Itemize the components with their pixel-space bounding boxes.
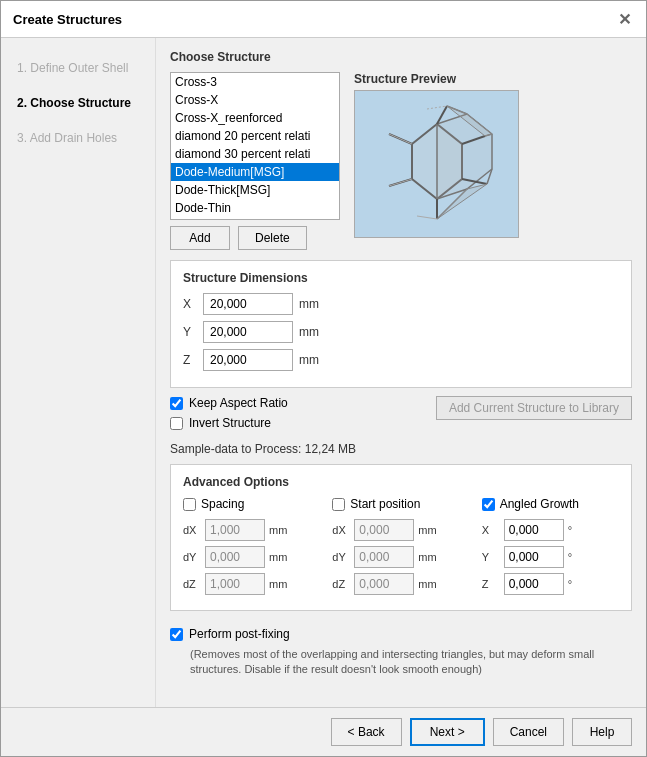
postfix-label: Perform post-fixing bbox=[189, 627, 290, 641]
angled-z-row: Z ° bbox=[482, 573, 619, 595]
dim-unit-y: mm bbox=[299, 325, 319, 339]
angled-x-unit: ° bbox=[568, 524, 572, 536]
start-position-header: Start position bbox=[332, 497, 469, 511]
advanced-section: Advanced Options Spacing dX mm bbox=[170, 464, 632, 611]
angled-x-input[interactable] bbox=[504, 519, 564, 541]
spacing-label: Spacing bbox=[201, 497, 244, 511]
dim-row-x: X mm bbox=[183, 293, 619, 315]
preview-box bbox=[354, 90, 519, 238]
dim-label-z: Z bbox=[183, 353, 203, 367]
list-item[interactable]: diamond 30 percent relati bbox=[171, 145, 339, 163]
keep-aspect-row: Keep Aspect Ratio bbox=[170, 396, 288, 410]
invert-structure-row: Invert Structure bbox=[170, 416, 288, 430]
start-pos-dz-input[interactable] bbox=[354, 573, 414, 595]
start-position-column: Start position dX mm dY mm bbox=[332, 497, 469, 600]
start-pos-dy-unit: mm bbox=[418, 551, 436, 563]
start-position-label: Start position bbox=[350, 497, 420, 511]
content-area: Choose Structure Cross-3 Cross-X Cross-X… bbox=[156, 38, 646, 707]
back-button[interactable]: < Back bbox=[331, 718, 402, 746]
angled-z-input[interactable] bbox=[504, 573, 564, 595]
close-button[interactable]: ✕ bbox=[614, 9, 634, 29]
spacing-column: Spacing dX mm dY mm dZ bbox=[183, 497, 320, 600]
dim-row-z: Z mm bbox=[183, 349, 619, 371]
angled-z-unit: ° bbox=[568, 578, 572, 590]
svg-line-16 bbox=[389, 179, 412, 186]
sidebar-item-add-drain-holes[interactable]: 3. Add Drain Holes bbox=[13, 124, 143, 153]
spacing-checkbox[interactable] bbox=[183, 498, 196, 511]
add-button[interactable]: Add bbox=[170, 226, 230, 250]
postfix-checkbox[interactable] bbox=[170, 628, 183, 641]
list-item[interactable]: Cross-X bbox=[171, 91, 339, 109]
list-item[interactable]: Dode-Thick[MSG] bbox=[171, 181, 339, 199]
angled-z-label: Z bbox=[482, 578, 504, 590]
start-position-checkbox[interactable] bbox=[332, 498, 345, 511]
add-library-container: Add Current Structure to Library bbox=[436, 396, 632, 420]
postfix-note: (Removes most of the overlapping and int… bbox=[190, 647, 632, 678]
start-pos-dy-row: dY mm bbox=[332, 546, 469, 568]
delete-button[interactable]: Delete bbox=[238, 226, 307, 250]
dim-input-y[interactable] bbox=[203, 321, 293, 343]
list-item[interactable]: Cross-3 bbox=[171, 73, 339, 91]
next-button[interactable]: Next > bbox=[410, 718, 485, 746]
spacing-dy-row: dY mm bbox=[183, 546, 320, 568]
help-button[interactable]: Help bbox=[572, 718, 632, 746]
start-pos-dx-label: dX bbox=[332, 524, 354, 536]
preview-label: Structure Preview bbox=[354, 72, 632, 86]
list-item[interactable]: diamond 20 percent relati bbox=[171, 127, 339, 145]
add-library-button[interactable]: Add Current Structure to Library bbox=[436, 396, 632, 420]
postfix-row: Perform post-fixing bbox=[170, 627, 632, 641]
spacing-dy-unit: mm bbox=[269, 551, 287, 563]
spacing-dy-label: dY bbox=[183, 551, 205, 563]
spacing-dz-row: dZ mm bbox=[183, 573, 320, 595]
list-item[interactable]: G_structure10 bbox=[171, 217, 339, 220]
dim-input-z[interactable] bbox=[203, 349, 293, 371]
sidebar-item-choose-structure[interactable]: 2. Choose Structure bbox=[13, 89, 143, 118]
start-pos-dz-unit: mm bbox=[418, 578, 436, 590]
footer-bar: < Back Next > Cancel Help bbox=[1, 707, 646, 756]
cancel-button[interactable]: Cancel bbox=[493, 718, 564, 746]
advanced-grid: Spacing dX mm dY mm dZ bbox=[183, 497, 619, 600]
spacing-dz-label: dZ bbox=[183, 578, 205, 590]
spacing-dx-label: dX bbox=[183, 524, 205, 536]
dim-unit-x: mm bbox=[299, 297, 319, 311]
angled-y-row: Y ° bbox=[482, 546, 619, 568]
dim-unit-z: mm bbox=[299, 353, 319, 367]
main-content: 1. Define Outer Shell 2. Choose Structur… bbox=[1, 38, 646, 707]
structure-list[interactable]: Cross-3 Cross-X Cross-X_reenforced diamo… bbox=[170, 72, 340, 220]
invert-structure-label: Invert Structure bbox=[189, 416, 271, 430]
choose-structure-title: Choose Structure bbox=[170, 50, 632, 64]
angled-y-unit: ° bbox=[568, 551, 572, 563]
start-pos-dz-label: dZ bbox=[332, 578, 354, 590]
list-item[interactable]: Cross-X_reenforced bbox=[171, 109, 339, 127]
dimensions-section: Structure Dimensions X mm Y mm Z mm bbox=[170, 260, 632, 388]
spacing-dx-row: dX mm bbox=[183, 519, 320, 541]
angled-y-label: Y bbox=[482, 551, 504, 563]
postfix-section: Perform post-fixing (Removes most of the… bbox=[170, 619, 632, 686]
keep-aspect-checkbox[interactable] bbox=[170, 397, 183, 410]
create-structures-dialog: Create Structures ✕ 1. Define Outer Shel… bbox=[0, 0, 647, 757]
angled-y-input[interactable] bbox=[504, 546, 564, 568]
dimensions-title: Structure Dimensions bbox=[183, 271, 619, 285]
structure-list-container: Cross-3 Cross-X Cross-X_reenforced diamo… bbox=[170, 72, 340, 250]
spacing-dz-input[interactable] bbox=[205, 573, 265, 595]
left-options: Keep Aspect Ratio Invert Structure bbox=[170, 396, 288, 436]
svg-line-14 bbox=[427, 106, 447, 109]
invert-structure-checkbox[interactable] bbox=[170, 417, 183, 430]
sidebar-item-define-outer-shell[interactable]: 1. Define Outer Shell bbox=[13, 54, 143, 83]
sidebar: 1. Define Outer Shell 2. Choose Structur… bbox=[1, 38, 156, 707]
title-bar: Create Structures ✕ bbox=[1, 1, 646, 38]
list-item-selected[interactable]: Dode-Medium[MSG] bbox=[171, 163, 339, 181]
add-delete-row: Add Delete bbox=[170, 226, 340, 250]
list-item[interactable]: Dode-Thin bbox=[171, 199, 339, 217]
start-pos-dy-input[interactable] bbox=[354, 546, 414, 568]
start-pos-dx-row: dX mm bbox=[332, 519, 469, 541]
structure-preview-svg bbox=[367, 99, 507, 229]
angled-growth-checkbox[interactable] bbox=[482, 498, 495, 511]
spacing-dx-input[interactable] bbox=[205, 519, 265, 541]
svg-line-15 bbox=[389, 134, 412, 144]
choose-structure-row: Cross-3 Cross-X Cross-X_reenforced diamo… bbox=[170, 72, 632, 250]
start-pos-dx-input[interactable] bbox=[354, 519, 414, 541]
dim-input-x[interactable] bbox=[203, 293, 293, 315]
spacing-dy-input[interactable] bbox=[205, 546, 265, 568]
angled-growth-column: Angled Growth X ° Y ° bbox=[482, 497, 619, 600]
